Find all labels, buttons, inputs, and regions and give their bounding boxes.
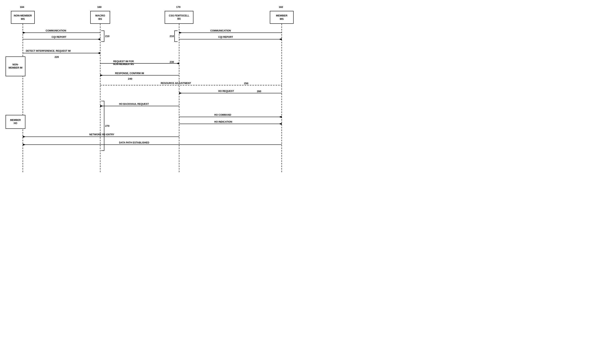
csg-femtocell-bs-box: CSG FEMTOCELLBS	[165, 11, 193, 24]
svg-marker-5	[23, 32, 26, 34]
label-resource-adjustment: RESOURCE ADJUSTMENT	[161, 82, 191, 85]
label-cqi-right: CQI REPORT	[218, 36, 233, 39]
svg-marker-11	[176, 62, 179, 65]
label-response-confirm: RESPONSE, CONFIRM IM	[115, 72, 144, 75]
label-250: 250	[244, 82, 248, 85]
label-160: 160	[97, 6, 102, 9]
label-request-im: REQUEST IM FORNON-MEMBER MS	[113, 60, 134, 65]
label-170: 170	[176, 6, 180, 9]
svg-marker-20	[279, 116, 282, 118]
svg-marker-13	[100, 74, 103, 76]
label-230: 230	[170, 60, 174, 64]
member-ms-box: MEMBERMS	[270, 11, 294, 24]
label-data-path: DATA PATH ESTABLISHED	[119, 141, 149, 144]
svg-marker-9	[97, 52, 100, 54]
label-240: 240	[128, 77, 132, 80]
svg-marker-22	[279, 123, 282, 125]
macro-bs-box: MACROBS	[90, 11, 110, 24]
label-184: 184	[20, 6, 24, 9]
svg-marker-7	[97, 38, 100, 40]
label-210-left: 210	[105, 35, 110, 38]
svg-marker-16	[179, 92, 182, 94]
label-ho-request: HO REQUEST	[218, 90, 234, 92]
label-220: 220	[55, 55, 59, 58]
svg-marker-18	[100, 105, 103, 107]
label-ho-indication: HO INDICATION	[214, 120, 232, 123]
label-270: 270	[105, 124, 110, 127]
member-ho-box: MEMBERHO	[6, 115, 25, 129]
label-detect-interference: DETECT INTERFERENCE. REQUEST IM	[26, 50, 71, 52]
label-network-reentry: NETWORK RE-ENTRY	[89, 133, 114, 136]
label-cqi-left: CQI REPORT	[52, 36, 67, 39]
label-182: 182	[279, 6, 283, 9]
svg-marker-24	[23, 136, 26, 138]
label-ho-backhaul: HO BACKHAUL REQUEST	[119, 103, 149, 105]
sequence-diagram: NON-MEMBERMS 184 MACROBS 160 CSG FEMTOCE…	[0, 0, 308, 182]
label-260: 260	[257, 90, 261, 93]
svg-marker-30	[279, 38, 282, 40]
label-210-right: 210	[170, 35, 174, 38]
label-communication-left: COMMUNICATION	[46, 29, 66, 32]
svg-marker-26	[23, 144, 26, 146]
non-member-im-box: NON-MEMBER IM	[6, 56, 25, 76]
label-communication-right: COMMUNICATION	[210, 29, 231, 32]
non-member-ms-box: NON-MEMBERMS	[11, 11, 35, 24]
svg-marker-28	[179, 32, 182, 34]
label-ho-command: HO COMMAND	[214, 114, 231, 116]
